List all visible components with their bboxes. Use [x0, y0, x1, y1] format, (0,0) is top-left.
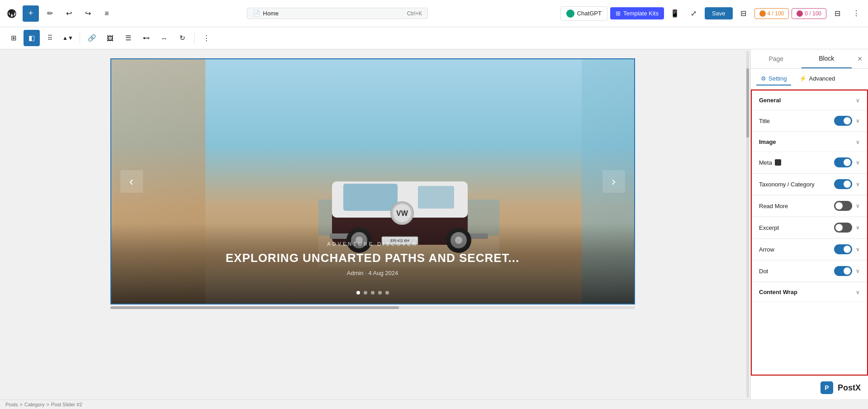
link-button[interactable]: 🔗: [84, 30, 100, 46]
breadcrumb-postslider: Post Slider #2: [51, 402, 82, 407]
add-block-button[interactable]: +: [23, 5, 39, 22]
prev-arrow-button[interactable]: ‹: [120, 170, 143, 193]
image-button[interactable]: 🖼: [102, 30, 118, 46]
chevron-excerpt-icon: ∨: [856, 224, 860, 231]
setting-label: Setting: [768, 75, 787, 82]
section-contentwrap: Content Wrap ∨: [752, 282, 867, 302]
more-options-button[interactable]: ⋮: [848, 5, 864, 22]
readmore-toggle-slider: [834, 201, 852, 211]
section-taxonomy-row: Taxonomy / Category ∨: [752, 174, 867, 195]
move-updown-button[interactable]: ▲▼: [60, 30, 76, 46]
toolbar-more-button[interactable]: ⋮: [198, 30, 214, 46]
excerpt-toggle-slider: [834, 223, 852, 233]
breadcrumb-sep1: >: [20, 402, 23, 407]
section-general-header[interactable]: General ∨: [752, 90, 867, 110]
panel-close-button[interactable]: ×: [852, 51, 868, 67]
section-readmore: Read More ∨: [752, 195, 867, 217]
section-image-header[interactable]: Image ∨: [752, 132, 867, 152]
section-contentwrap-header[interactable]: Content Wrap ∨: [752, 282, 867, 302]
readmore-toggle[interactable]: [834, 201, 852, 211]
arrow-row-right: ∨: [834, 244, 860, 254]
next-arrow-button[interactable]: ›: [602, 170, 625, 193]
tab-advanced[interactable]: ⚡ Advanced: [795, 72, 840, 86]
section-excerpt: Excerpt ∨: [752, 217, 867, 239]
taxonomy-toggle[interactable]: [834, 179, 852, 189]
panel-tabs: Page Block: [751, 49, 852, 68]
v-scrollbar[interactable]: [745, 49, 750, 399]
chevron-title-icon: ∨: [856, 118, 860, 124]
dot-toggle[interactable]: [834, 266, 852, 276]
slider-dots: [356, 291, 389, 295]
tools-button[interactable]: ✏: [42, 5, 58, 22]
align-button[interactable]: ☰: [120, 30, 136, 46]
meta-play-icon: [775, 159, 781, 166]
wp-menu-button[interactable]: [4, 5, 20, 22]
section-general: General ∨: [752, 90, 867, 110]
dot-3[interactable]: [371, 291, 375, 295]
editor-top-bar: + ✏ ↩ ↪ ≡ 📄 Home Ctrl+K ChatGPT ⊞ Templa…: [0, 0, 868, 27]
arrow-toggle[interactable]: [834, 244, 852, 254]
right-panel: Page Block × ⚙ Setting ⚡ Advanced Genera…: [750, 49, 868, 399]
dot-5[interactable]: [385, 291, 389, 295]
template-kits-label: Template Kits: [623, 10, 659, 17]
undo-button[interactable]: ↩: [61, 5, 77, 22]
panel-content: General ∨ Title ∨: [751, 90, 868, 376]
breadcrumb[interactable]: 📄 Home Ctrl+K: [247, 8, 428, 19]
template-kits-button[interactable]: ⊞ Template Kits: [610, 7, 664, 19]
section-dot-row: Dot ∨: [752, 261, 867, 282]
block-view-button[interactable]: ◧: [24, 30, 40, 46]
h-scrollbar[interactable]: [110, 306, 635, 309]
sidebar-toggle-button[interactable]: ⊟: [829, 5, 845, 22]
section-general-title: General: [759, 97, 781, 104]
tab-page[interactable]: Page: [751, 49, 802, 68]
redo-button[interactable]: ↪: [80, 5, 96, 22]
title-toggle[interactable]: [834, 116, 852, 126]
rotate-button[interactable]: ↻: [174, 30, 190, 46]
section-meta: Meta ∨: [752, 152, 867, 174]
arrow-label: Arrow: [759, 246, 774, 253]
site-editor-button[interactable]: ⊟: [735, 5, 752, 22]
distribute-button[interactable]: ⊷: [138, 30, 154, 46]
dot-2[interactable]: [364, 291, 367, 295]
breadcrumb-text: Home: [263, 10, 279, 17]
save-button[interactable]: Save: [705, 7, 733, 19]
postx-logo-icon: P: [821, 381, 833, 394]
svg-rect-6: [418, 186, 454, 209]
view-button[interactable]: 📱: [667, 5, 683, 22]
postx-brand: P PostX: [751, 376, 868, 399]
transform-button[interactable]: ⠿: [42, 30, 58, 46]
title-toggle-slider: [834, 116, 852, 126]
section-title: Title ∨: [752, 110, 867, 132]
counter1-value: 4 / 100: [768, 10, 784, 17]
advanced-label: Advanced: [809, 75, 835, 82]
width-button[interactable]: ↔: [156, 30, 172, 46]
meta-toggle[interactable]: [834, 157, 852, 167]
tab-setting[interactable]: ⚙ Setting: [756, 72, 791, 86]
columns-view-button[interactable]: ⊞: [5, 30, 22, 46]
dot-label: Dot: [759, 268, 768, 275]
tab-block[interactable]: Block: [802, 49, 852, 68]
dot-1[interactable]: [356, 291, 360, 295]
postx-brand-text: PostX: [838, 383, 861, 393]
revision-counter: 0 / 100: [792, 8, 826, 19]
counter2-icon: [797, 10, 803, 17]
section-contentwrap-title: Content Wrap: [759, 289, 797, 295]
chatgpt-button[interactable]: ChatGPT: [560, 6, 607, 21]
title-label: Title: [759, 118, 770, 124]
dot-toggle-slider: [834, 266, 852, 276]
taxonomy-row-right: ∨: [834, 179, 860, 189]
chatgpt-icon: [566, 10, 574, 18]
excerpt-toggle[interactable]: [834, 223, 852, 233]
slide-meta: Admin · 4 Aug 2024: [120, 270, 625, 276]
dot-4[interactable]: [378, 291, 382, 295]
chevron-taxonomy-icon: ∨: [856, 181, 860, 187]
chevron-image-icon: ∨: [856, 139, 860, 145]
preview-button[interactable]: ⤢: [686, 5, 702, 22]
section-title-row: Title ∨: [752, 110, 867, 132]
breadcrumb-sep2: >: [47, 402, 49, 407]
document-overview-button[interactable]: ≡: [99, 5, 115, 22]
excerpt-row-right: ∨: [834, 223, 860, 233]
counter2-value: 0 / 100: [805, 10, 821, 17]
breadcrumb-category: Category: [24, 402, 45, 407]
slide-title: EXPLORING UNCHARTED PATHS AND SECRET...: [120, 251, 625, 265]
